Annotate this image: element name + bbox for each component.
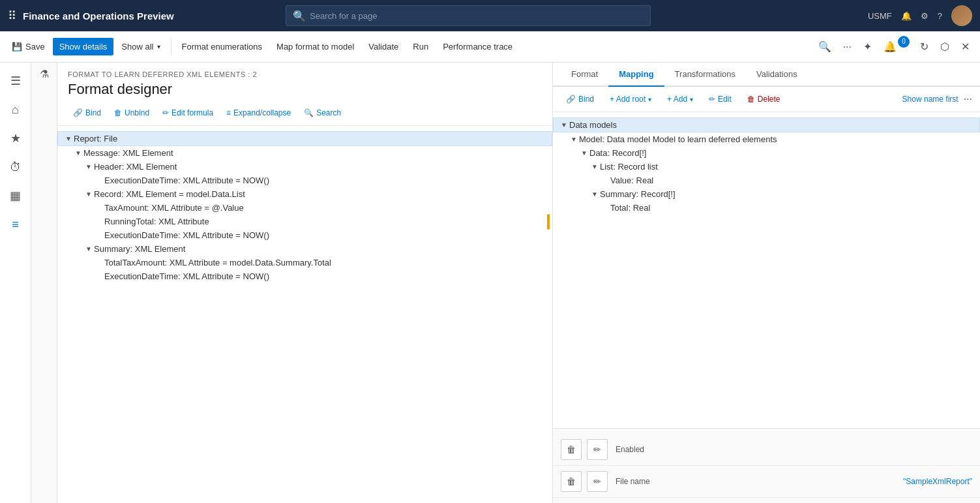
- user-label: USMF: [868, 11, 892, 21]
- save-button[interactable]: 💾 Save: [5, 38, 52, 55]
- expand-collapse-button[interactable]: ≡ Expand/collapse: [221, 106, 296, 120]
- pin-button[interactable]: ✦: [858, 37, 877, 57]
- add-root-button[interactable]: + Add root ▾: [604, 92, 657, 106]
- avatar[interactable]: [951, 5, 972, 26]
- tabs: Format Mapping Transformations Validatio…: [553, 63, 980, 87]
- search-tree-icon: 🔍: [304, 108, 314, 117]
- tree-item[interactable]: ▼ Record: XML Element = model.Data.List: [57, 187, 552, 201]
- format-enumerations-button[interactable]: Format enumerations: [175, 38, 269, 55]
- tree-item[interactable]: ExecutionDateTime: XML Attribute = NOW(): [57, 174, 552, 187]
- panel-header: FORMAT TO LEARN DEFERRED XML ELEMENTS : …: [57, 63, 552, 100]
- more-options-button[interactable]: ···: [838, 37, 857, 57]
- tree-item[interactable]: ExecutionDateTime: XML Attribute = NOW(): [57, 228, 552, 242]
- top-nav: ⠿ Finance and Operations Preview 🔍 USMF …: [0, 0, 980, 31]
- side-nav-workspaces[interactable]: ▦: [3, 183, 29, 209]
- more-mapping-button[interactable]: ···: [964, 93, 972, 105]
- filter-icon[interactable]: ⚗: [40, 68, 49, 80]
- tree-item[interactable]: ▼ Report: File: [57, 131, 552, 146]
- nav-search-input[interactable]: [310, 11, 644, 21]
- expand-icon: ≡: [226, 108, 231, 117]
- model-tree-item[interactable]: ▼ Model: Data model Model to learn defer…: [553, 132, 980, 146]
- tree-item[interactable]: ▼ Summary: XML Element: [57, 242, 552, 256]
- model-tree-item[interactable]: ▼ Data models: [553, 117, 980, 132]
- expand-icon: ▼: [63, 135, 74, 142]
- grid-icon[interactable]: ⠿: [8, 8, 16, 23]
- prop-edit-button-2[interactable]: ✏: [587, 471, 608, 492]
- property-row-enabled: 🗑 ✏ Enabled: [553, 434, 980, 466]
- show-details-button[interactable]: Show details: [53, 38, 114, 55]
- designer-panel: FORMAT TO LEARN DEFERRED XML ELEMENTS : …: [57, 63, 553, 503]
- expand-icon: ▼: [559, 121, 569, 129]
- action-bar: 🔗 Bind 🗑 Unbind ✏ Edit formula ≡ Expand/…: [57, 100, 552, 126]
- model-tree-item[interactable]: ▼ Summary: Record[!]: [553, 187, 980, 201]
- prop-delete-button[interactable]: 🗑: [561, 439, 582, 460]
- refresh-button[interactable]: ↻: [915, 37, 934, 57]
- tree-item[interactable]: ▼ Message: XML Element: [57, 146, 552, 160]
- expand-icon: ▼: [569, 136, 579, 143]
- tab-validations[interactable]: Validations: [746, 63, 808, 87]
- notification-container: 🔔 0: [878, 37, 913, 57]
- main-layout: ☰ ⌂ ★ ⏱ ▦ ≡ ⚗ FORMAT TO LEARN DEFERRED X…: [0, 63, 980, 503]
- search-tree-button[interactable]: 🔍 Search: [299, 106, 346, 120]
- bind-button[interactable]: 🔗 Bind: [68, 106, 106, 120]
- edit-formula-button[interactable]: ✏ Edit formula: [157, 106, 218, 120]
- show-all-button[interactable]: Show all ▾: [115, 38, 166, 55]
- tree-item[interactable]: TotalTaxAmount: XML Attribute = model.Da…: [57, 256, 552, 269]
- tab-transformations[interactable]: Transformations: [664, 63, 746, 87]
- side-nav-modules[interactable]: ≡: [3, 211, 29, 237]
- help-icon[interactable]: ?: [938, 11, 942, 21]
- model-tree-item[interactable]: Total: Real: [553, 201, 980, 215]
- map-format-to-model-button[interactable]: Map format to model: [270, 38, 361, 55]
- side-nav: ☰ ⌂ ★ ⏱ ▦ ≡: [0, 63, 31, 503]
- model-tree[interactable]: ▼ Data models ▼ Model: Data model Model …: [553, 112, 980, 428]
- tab-mapping[interactable]: Mapping: [608, 63, 664, 87]
- search-icon: 🔍: [293, 10, 306, 22]
- mapping-panel: Format Mapping Transformations Validatio…: [553, 63, 980, 503]
- tree-item[interactable]: ▼ Header: XML Element: [57, 160, 552, 174]
- edit-icon: ✏: [162, 108, 169, 117]
- link-icon: 🔗: [73, 108, 83, 117]
- search-button[interactable]: 🔍: [813, 37, 837, 57]
- expand-icon: ▼: [83, 191, 94, 198]
- model-tree-item[interactable]: ▼ Data: Record[!]: [553, 146, 980, 160]
- format-tree[interactable]: ▼ Report: File ▼ Message: XML Element ▼ …: [57, 126, 552, 503]
- side-nav-hamburger[interactable]: ☰: [3, 68, 29, 94]
- show-name-first-button[interactable]: Show name first: [902, 95, 958, 104]
- prop-delete-button-2[interactable]: 🗑: [561, 471, 582, 492]
- add-button[interactable]: + Add ▾: [662, 92, 698, 106]
- model-tree-item[interactable]: ▼ List: Record list: [553, 160, 980, 174]
- mapping-bind-button[interactable]: 🔗 Bind: [561, 92, 599, 106]
- expand-icon: ▼: [589, 191, 600, 198]
- separator-1: [171, 39, 171, 55]
- filename-value: "SampleXmlReport": [903, 477, 972, 486]
- tree-item[interactable]: RunningTotal: XML Attribute: [57, 215, 552, 228]
- side-nav-home[interactable]: ⌂: [3, 97, 29, 123]
- expand-icon: ▼: [579, 149, 589, 157]
- gear-icon[interactable]: ⚙: [921, 11, 928, 21]
- save-icon: 💾: [12, 42, 22, 52]
- open-in-new-button[interactable]: ⬡: [935, 37, 955, 57]
- run-button[interactable]: Run: [406, 38, 435, 55]
- performance-trace-button[interactable]: Performance trace: [436, 38, 519, 55]
- tree-item[interactable]: TaxAmount: XML Attribute = @.Value: [57, 201, 552, 215]
- validate-button[interactable]: Validate: [362, 38, 405, 55]
- add-chevron-icon: ▾: [690, 96, 693, 103]
- tab-format[interactable]: Format: [561, 63, 608, 87]
- property-row-filename: 🗑 ✏ File name "SampleXmlReport": [553, 466, 980, 498]
- unbind-button[interactable]: 🗑 Unbind: [109, 106, 155, 120]
- model-tree-item[interactable]: Value: Real: [553, 174, 980, 187]
- side-nav-recent[interactable]: ⏱: [3, 154, 29, 180]
- prop-edit-button[interactable]: ✏: [587, 439, 608, 460]
- edit-mapping-button[interactable]: ✏ Edit: [704, 92, 737, 106]
- side-nav-favorites[interactable]: ★: [3, 125, 29, 151]
- delete-button[interactable]: 🗑 Delete: [742, 92, 786, 106]
- show-all-chevron-icon: ▾: [157, 43, 160, 50]
- expand-icon: ▼: [83, 163, 94, 170]
- mapping-toolbar: 🔗 Bind + Add root ▾ + Add ▾ ✏ Edit 🗑: [553, 87, 980, 112]
- tree-item[interactable]: ExecutionDateTime: XML Attribute = NOW(): [57, 269, 552, 283]
- delete-icon: 🗑: [747, 95, 755, 104]
- notification-badge: 0: [898, 36, 910, 48]
- close-button[interactable]: ✕: [956, 37, 975, 57]
- bell-icon[interactable]: 🔔: [901, 11, 912, 21]
- expand-icon: ▼: [73, 149, 83, 157]
